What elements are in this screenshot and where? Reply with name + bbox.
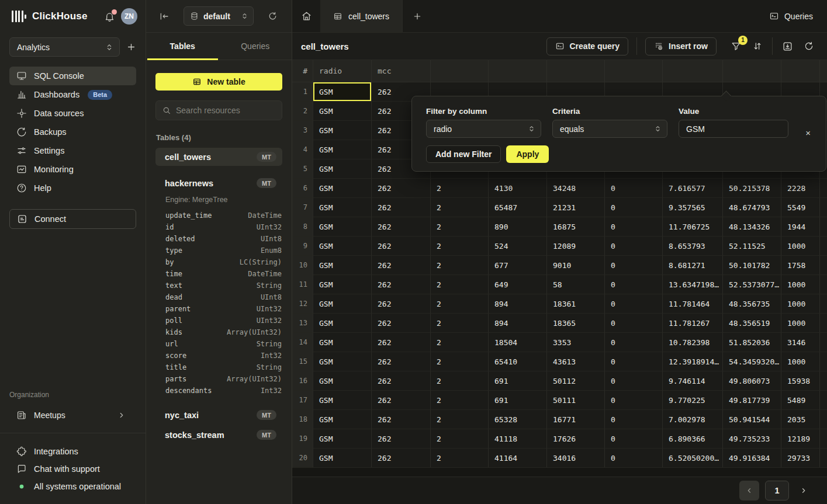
grid-cell[interactable]: 6.52050200…	[663, 449, 723, 468]
grid-cell[interactable]: GSM	[313, 217, 372, 237]
search-resources-box[interactable]	[155, 100, 282, 120]
grid-cell[interactable]: 1000	[781, 237, 820, 256]
grid-cell[interactable]: 2	[431, 429, 489, 449]
next-page-button[interactable]	[795, 481, 812, 500]
grid-cell[interactable]: 262	[372, 333, 431, 352]
database-select[interactable]: default	[184, 6, 254, 26]
grid-cell[interactable]: GSM	[313, 179, 372, 198]
grid-cell[interactable]: 2035	[781, 410, 820, 429]
sidebar-item-chat-with-support[interactable]: Chat with support	[9, 460, 136, 478]
grid-cell[interactable]: GSM	[313, 159, 372, 179]
sort-icon[interactable]	[751, 40, 764, 53]
grid-cell[interactable]: 9.770225	[663, 391, 723, 410]
grid-cell[interactable]: GSM	[313, 294, 372, 314]
grid-cell[interactable]: 3146	[781, 333, 820, 352]
grid-cell[interactable]: GSM	[313, 333, 372, 352]
grid-cell[interactable]: 890	[489, 217, 547, 237]
sidebar-item-settings[interactable]: Settings	[9, 141, 136, 160]
grid-cell[interactable]: 1000	[781, 275, 820, 294]
grid-cell[interactable]: 11.781464	[663, 294, 723, 314]
column-header[interactable]: radio	[313, 60, 372, 82]
grid-cell[interactable]: 6.890366	[663, 429, 723, 449]
grid-cell[interactable]: 17626	[547, 429, 605, 449]
grid-cell[interactable]: 34248	[547, 179, 605, 198]
grid-cell[interactable]: 262	[372, 237, 431, 256]
grid-cell[interactable]: 0	[605, 275, 663, 294]
queries-button[interactable]: Queries	[769, 11, 813, 21]
grid-cell[interactable]: 2	[431, 391, 489, 410]
collapse-sidebar-icon[interactable]	[159, 11, 169, 22]
table-item-stocks-stream[interactable]: stocks_stream MT	[155, 426, 282, 444]
grid-cell[interactable]: 262	[372, 352, 431, 371]
grid-cell[interactable]: 262	[372, 179, 431, 198]
table-item-cell-towers[interactable]: cell_towers MT	[155, 148, 282, 166]
new-tab-plus-icon[interactable]	[403, 0, 432, 32]
grid-cell[interactable]: 12.3918914…	[663, 352, 723, 371]
sidebar-item-dashboards[interactable]: DashboardsBeta	[9, 85, 136, 104]
grid-cell[interactable]: 54.3459320…	[723, 352, 781, 371]
selected-cell[interactable]: GSM	[313, 82, 372, 102]
grid-cell[interactable]: 50111	[547, 391, 605, 410]
filter-value-input[interactable]	[679, 120, 788, 138]
grid-cell[interactable]: 2	[431, 237, 489, 256]
grid-cell[interactable]: 41164	[489, 449, 547, 468]
grid-cell[interactable]: 2	[431, 256, 489, 275]
grid-cell[interactable]: GSM	[313, 352, 372, 371]
grid-cell[interactable]: GSM	[313, 275, 372, 294]
grid-cell[interactable]: 49.817739	[723, 391, 781, 410]
grid-cell[interactable]: 524	[489, 237, 547, 256]
grid-cell[interactable]: GSM	[313, 237, 372, 256]
grid-cell[interactable]: 894	[489, 314, 547, 333]
grid-cell[interactable]: 52.11525	[723, 237, 781, 256]
grid-cell[interactable]: 49.735233	[723, 429, 781, 449]
grid-cell[interactable]: 65328	[489, 410, 547, 429]
grid-cell[interactable]: 48.356519	[723, 314, 781, 333]
grid-cell[interactable]: 2	[431, 314, 489, 333]
grid-cell[interactable]: 0	[605, 179, 663, 198]
column-header[interactable]	[723, 60, 781, 82]
grid-cell[interactable]: 4130	[489, 179, 547, 198]
grid-cell[interactable]: 18365	[547, 314, 605, 333]
grid-cell[interactable]: 16875	[547, 217, 605, 237]
sidebar-item-help[interactable]: Help	[9, 179, 136, 197]
grid-cell[interactable]: 21231	[547, 198, 605, 217]
grid-cell[interactable]: 0	[605, 429, 663, 449]
sidebar-item-integrations[interactable]: Integrations	[9, 443, 136, 460]
grid-cell[interactable]: 49.806073	[723, 371, 781, 391]
download-icon[interactable]	[781, 40, 794, 53]
add-workspace-plus-icon[interactable]	[126, 42, 136, 52]
grid-cell[interactable]: 9.746114	[663, 371, 723, 391]
table-item-nyc-taxi[interactable]: nyc_taxi MT	[155, 406, 282, 424]
grid-cell[interactable]: 9010	[547, 256, 605, 275]
connect-button[interactable]: Connect	[9, 209, 136, 229]
grid-cell[interactable]: 0	[605, 449, 663, 468]
grid-cell[interactable]: 5489	[781, 391, 820, 410]
grid-cell[interactable]: 5549	[781, 198, 820, 217]
grid-cell[interactable]: 13.6347198…	[663, 275, 723, 294]
grid-cell[interactable]: 1758	[781, 256, 820, 275]
grid-cell[interactable]: 262	[372, 371, 431, 391]
grid-cell[interactable]: 262	[372, 294, 431, 314]
grid-cell[interactable]: GSM	[313, 140, 372, 159]
grid-cell[interactable]: 262	[372, 391, 431, 410]
grid-cell[interactable]: 16771	[547, 410, 605, 429]
grid-cell[interactable]: 262	[372, 198, 431, 217]
grid-cell[interactable]: 8.681271	[663, 256, 723, 275]
grid-cell[interactable]: 262	[372, 314, 431, 333]
grid-cell[interactable]: 12089	[547, 237, 605, 256]
refresh-tables-icon[interactable]	[268, 11, 278, 21]
column-header[interactable]	[431, 60, 489, 82]
grid-cell[interactable]: 50.215378	[723, 179, 781, 198]
sidebar-item-backups[interactable]: Backups	[9, 123, 136, 141]
add-new-filter-button[interactable]: Add new Filter	[426, 145, 501, 163]
grid-cell[interactable]: 691	[489, 371, 547, 391]
grid-cell[interactable]: 10.782398	[663, 333, 723, 352]
grid-cell[interactable]: 48.134326	[723, 217, 781, 237]
grid-cell[interactable]: 7.616577	[663, 179, 723, 198]
grid-cell[interactable]: 2	[431, 352, 489, 371]
grid-cell[interactable]: 262	[372, 217, 431, 237]
grid-cell[interactable]: 18504	[489, 333, 547, 352]
grid-cell[interactable]: 262	[372, 449, 431, 468]
grid-cell[interactable]: 50112	[547, 371, 605, 391]
grid-cell[interactable]: 0	[605, 256, 663, 275]
